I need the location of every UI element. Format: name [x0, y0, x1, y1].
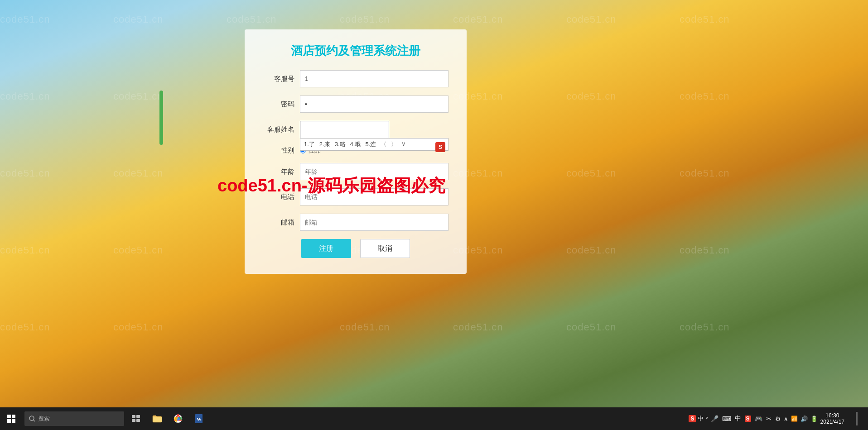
email-label: 邮箱: [263, 218, 294, 227]
gamepad-tray-icon[interactable]: 🎮: [755, 415, 762, 422]
svg-point-0: [29, 416, 34, 420]
chrome-button[interactable]: [168, 407, 188, 430]
svg-rect-2: [132, 415, 135, 418]
svg-text:W: W: [197, 416, 202, 422]
ime-dropdown: 1.了 2.来 3.略 4.哦 5.连 〈 〉 ∨ S: [300, 138, 448, 151]
gender-label: 性别: [263, 146, 294, 155]
email-row: 邮箱: [263, 214, 448, 231]
email-input[interactable]: [300, 214, 448, 231]
ime-candidate-4[interactable]: 4.哦: [350, 140, 361, 148]
show-desktop-button[interactable]: [850, 407, 863, 430]
sogou-tray[interactable]: S 中 °: [689, 415, 708, 423]
ime-candidates: 1.了 2.来 3.略 4.哦 5.连 〈 〉 ∨: [304, 140, 406, 148]
customer-id-row: 客服号: [263, 70, 448, 87]
ime-nav-expand[interactable]: ∨: [401, 140, 406, 148]
ime-nav-prev[interactable]: 〈: [381, 140, 386, 148]
scroll-indicator[interactable]: [159, 91, 163, 145]
svg-rect-5: [136, 419, 140, 422]
search-icon: [29, 416, 35, 422]
ime-candidate-2[interactable]: 2.来: [319, 140, 330, 148]
form-buttons: 注册 取消: [263, 239, 448, 258]
notification-area: ∧ 📶 🔊 🔋: [784, 416, 818, 422]
chrome-icon: [174, 414, 183, 423]
form-title: 酒店预约及管理系统注册: [263, 43, 448, 59]
ime-dot: °: [705, 416, 708, 422]
clock-date: 2021/4/17: [820, 419, 844, 425]
phone-label: 电话: [263, 193, 294, 201]
taskview-icon: [132, 415, 141, 422]
svg-rect-4: [132, 419, 135, 422]
sogou-s-icon: S: [689, 415, 696, 422]
password-input[interactable]: [300, 96, 448, 113]
volume-icon[interactable]: 🔊: [800, 416, 808, 422]
windows-logo-icon: [7, 415, 15, 423]
password-label: 密码: [263, 100, 294, 109]
name-label: 客服姓名: [263, 125, 294, 134]
ime-candidate-5[interactable]: 5.连: [365, 140, 376, 148]
network-icon[interactable]: 📶: [791, 416, 798, 422]
registration-form-panel: 酒店预约及管理系统注册 客服号 密码 客服姓名 1.了 2.来 3.略 4.哦 …: [245, 29, 467, 274]
svg-rect-3: [136, 415, 140, 418]
sogou-icon: S: [435, 142, 445, 152]
age-input[interactable]: [300, 163, 448, 180]
file-explorer-icon: [152, 415, 162, 423]
ime-candidate-3[interactable]: 3.略: [335, 140, 346, 148]
cancel-button[interactable]: 取消: [360, 239, 410, 258]
taskbar: 搜索: [0, 407, 868, 430]
clock-time: 16:30: [825, 412, 839, 419]
name-input[interactable]: [300, 121, 389, 138]
ime-nav-next[interactable]: 〉: [391, 140, 397, 148]
taskbar-tray: S 中 ° 🎤 ⌨ 中 S 🎮 ✂ ⚙ ∧ 📶 🔊 🔋 16:30 2021/4…: [689, 407, 868, 430]
customer-id-label: 客服号: [263, 75, 294, 83]
phone-row: 电话: [263, 188, 448, 205]
ime-cn-icon[interactable]: 中: [735, 415, 741, 423]
age-row: 年龄: [263, 163, 448, 180]
sogou-tray-icon[interactable]: S: [745, 416, 751, 422]
mic-tray-icon[interactable]: 🎤: [711, 415, 719, 422]
start-button[interactable]: [0, 407, 23, 430]
battery-icon[interactable]: 🔋: [810, 416, 818, 422]
age-label: 年龄: [263, 167, 294, 176]
phone-input[interactable]: [300, 188, 448, 205]
system-tray: 🎤 ⌨ 中 S 🎮 ✂ ⚙: [711, 415, 781, 423]
chevron-up-icon[interactable]: ∧: [784, 416, 788, 422]
settings-tray-icon[interactable]: ⚙: [775, 415, 781, 422]
taskbar-clock[interactable]: 16:30 2021/4/17: [820, 412, 844, 425]
taskbar-search-label: 搜索: [38, 415, 50, 423]
ime-candidate-1[interactable]: 1.了: [304, 140, 315, 148]
word-icon: W: [194, 414, 203, 424]
register-button[interactable]: 注册: [301, 239, 351, 258]
name-row: 客服姓名 1.了 2.来 3.略 4.哦 5.连 〈 〉 ∨ S: [263, 121, 448, 138]
taskview-button[interactable]: [126, 407, 147, 430]
keyboard-tray-icon[interactable]: ⌨: [722, 415, 731, 422]
taskbar-search[interactable]: 搜索: [24, 411, 124, 426]
file-explorer-button[interactable]: [147, 407, 168, 430]
scissors-tray-icon[interactable]: ✂: [766, 415, 772, 422]
name-input-wrapper: 1.了 2.来 3.略 4.哦 5.连 〈 〉 ∨ S: [300, 121, 448, 138]
taskbar-apps: W: [126, 407, 209, 430]
password-row: 密码: [263, 96, 448, 113]
word-button[interactable]: W: [188, 407, 209, 430]
ime-mode-label: 中: [698, 415, 704, 423]
svg-line-1: [34, 420, 35, 421]
customer-id-input[interactable]: [300, 70, 448, 87]
